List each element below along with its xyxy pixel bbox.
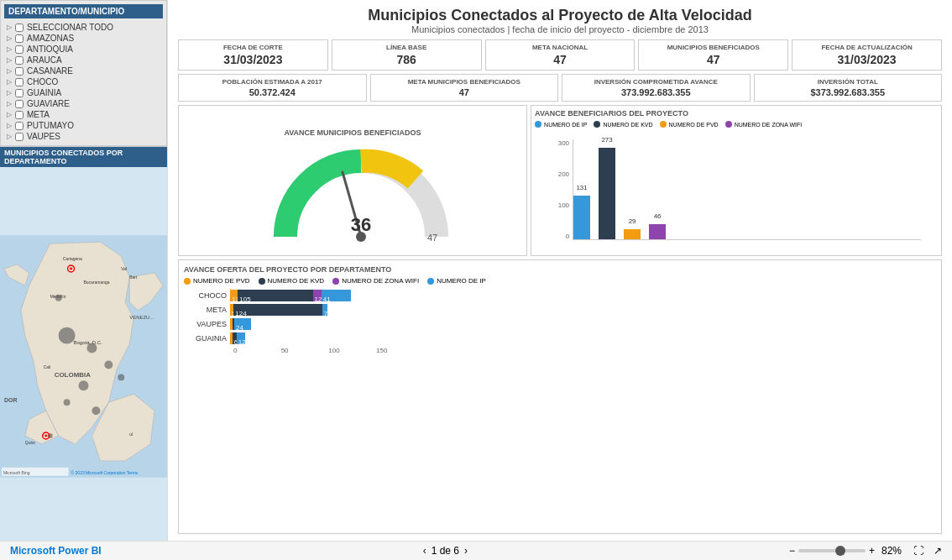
kpi-card: MUNICIPIOS BENEFICIADOS47: [638, 39, 788, 71]
dept-bar-segments: 3612: [230, 332, 245, 344]
filter-item[interactable]: ▷CHOCO: [4, 76, 163, 87]
filter-checkbox[interactable]: [15, 100, 24, 108]
expand-icon: ▷: [7, 24, 12, 31]
zoom-minus[interactable]: −: [789, 545, 795, 557]
kpi-card: FECHA DE ACTUALIZACIÓN31/03/2023: [792, 39, 942, 71]
dept-bar-segments: 111051241: [230, 290, 351, 301]
filter-item[interactable]: ▷SELECCIONAR TODO: [4, 22, 163, 33]
filter-checkbox[interactable]: [15, 24, 24, 32]
filter-checkbox[interactable]: [15, 45, 24, 54]
expand-icon: ▷: [7, 100, 12, 107]
filter-checkbox[interactable]: [15, 34, 24, 43]
kpi-value: $373.992.683.355: [760, 87, 937, 97]
next-page-btn[interactable]: ›: [464, 545, 468, 557]
map-area: Bogotá, D.C. Medellín Cali Bucaramanga C…: [0, 167, 167, 541]
map-title: MUNICIPIOS CONECTADOS POR DEPARTAMENTO: [0, 147, 167, 167]
footer-nav: ‹ 1 de 6 ›: [423, 545, 468, 557]
filter-checkbox[interactable]: [15, 133, 24, 141]
svg-text:Cartagena: Cartagena: [63, 257, 82, 261]
bar-segment-label: 24: [234, 324, 245, 332]
kpi-label: LÍNEA BASE: [337, 44, 476, 51]
prev-page-btn[interactable]: ‹: [423, 545, 426, 557]
filter-item[interactable]: ▷CASANARE: [4, 65, 163, 76]
bottom-legend: NUMERO DE PVDNUMERO DE KVDNUMERO DE ZONA…: [184, 277, 936, 285]
bar-value-label: 273: [601, 136, 612, 144]
filter-checkbox[interactable]: [15, 111, 24, 119]
main-title: Municipios Conectados al Proyecto de Alt…: [178, 7, 942, 24]
kpi-card: META MUNICIPIOS BENEFICIADOS47: [370, 74, 559, 102]
filter-checkbox[interactable]: [15, 67, 24, 76]
filter-item[interactable]: ▷AMAZONAS: [4, 33, 163, 44]
filter-checkbox[interactable]: [15, 89, 24, 97]
svg-text:Val: Val: [121, 267, 127, 271]
kpi-label: FECHA DE ACTUALIZACIÓN: [798, 44, 936, 51]
svg-point-21: [55, 295, 62, 301]
footer: Microsoft Power BI ‹ 1 de 6 › − + 82% ⛶ …: [0, 541, 952, 560]
filter-item[interactable]: ▷META: [4, 109, 163, 120]
subtitle: Municipios conectados | fecha de inicio …: [178, 24, 942, 34]
bottom-legend-item: NUMERO DE ZONA WIFI: [332, 277, 419, 285]
kpi-value: 50.372.424: [184, 87, 361, 97]
share-icon[interactable]: ↗: [934, 545, 942, 557]
svg-point-15: [104, 360, 112, 369]
svg-text:COLOMBIA: COLOMBIA: [55, 371, 92, 379]
svg-text:Bogotá, D.C.: Bogotá, D.C.: [74, 340, 103, 345]
kpi-card: FECHA DE CORTE31/03/2023: [178, 39, 328, 71]
powerbi-link[interactable]: Microsoft Power BI: [10, 545, 102, 557]
filter-item-label: GUAINIA: [27, 88, 61, 97]
filter-item[interactable]: ▷ANTIOQUIA: [4, 44, 163, 55]
legend-item: NUMERO DE KVD: [594, 121, 652, 128]
legend-label: NUMERO DE KVD: [268, 277, 325, 285]
legend-dot: [594, 121, 600, 128]
bar-segment-label: 7: [322, 310, 329, 317]
filter-item[interactable]: ▷ARAUCA: [4, 55, 163, 65]
kpi-value: 47: [644, 53, 782, 66]
page-indicator: 1 de 6: [432, 545, 459, 557]
zoom-slider[interactable]: [798, 549, 866, 552]
kpi-label: INVERSIÓN TOTAL: [760, 78, 937, 86]
svg-text:ul: ul: [129, 432, 133, 437]
expand-icon: ▷: [7, 34, 12, 42]
bar-value-label: 131: [576, 184, 587, 191]
kpi-card: INVERSIÓN TOTAL$373.992.683.355: [754, 74, 943, 102]
filter-checkbox[interactable]: [15, 122, 24, 130]
vert-bar: 29: [624, 229, 641, 239]
filter-item-label: ANTIOQUIA: [27, 44, 73, 54]
vert-bar: 46: [649, 224, 666, 239]
dept-bars-container: CHOCO111051241META51247VAUPES3324GUAINIA…: [184, 290, 936, 344]
bar-segment: 41: [322, 290, 351, 301]
dept-bar-label: META: [184, 306, 230, 314]
filter-item[interactable]: ▷PUTUMAYO: [4, 120, 163, 131]
filter-item-label: ARAUCA: [27, 55, 62, 65]
expand-icon: ▷: [7, 111, 12, 118]
filter-item-label: VAUPES: [27, 132, 60, 141]
expand-icon: ▷: [7, 78, 12, 86]
filter-checkbox[interactable]: [15, 78, 24, 86]
svg-point-14: [86, 343, 97, 353]
fullscreen-icon[interactable]: ⛶: [913, 545, 923, 557]
bottom-chart: AVANCE OFERTA DEL PROYECTO POR DEPARTAME…: [178, 259, 942, 534]
filter-item[interactable]: ▷GUAINIA: [4, 87, 163, 98]
bar-segment-label: 124: [233, 310, 248, 317]
bottom-legend-item: NUMERO DE IP: [427, 277, 486, 285]
dept-bar-row: META51247: [184, 304, 936, 316]
filter-item[interactable]: ▷GUAVIARE: [4, 98, 163, 109]
kpi-card: META NACIONAL47: [485, 39, 636, 71]
svg-point-18: [92, 406, 100, 415]
bar-chart-title: AVANCE BENEFICIARIOS DEL PROYECTO: [535, 109, 938, 118]
legend-dot: [427, 278, 434, 285]
axis-label: 150: [376, 347, 387, 354]
filter-checkbox[interactable]: [15, 56, 24, 65]
expand-icon: ▷: [7, 133, 12, 140]
vert-bar: 131: [573, 196, 590, 239]
svg-text:Cali: Cali: [44, 365, 51, 369]
zoom-plus[interactable]: +: [869, 545, 875, 557]
legend-dot: [184, 278, 191, 285]
filter-title: DEPARTAMENTO/MUNICIPIO: [4, 4, 163, 18]
filter-item[interactable]: ▷VAUPES: [4, 131, 163, 142]
gauge-title: AVANCE MUNICIPIOS BENEFICIADOS: [284, 128, 421, 137]
filter-item-label: PUTUMAYO: [27, 121, 74, 130]
svg-text:DOR: DOR: [4, 397, 17, 403]
bar-segment-label: 105: [238, 296, 252, 303]
bar-segment-label: 41: [322, 296, 332, 303]
